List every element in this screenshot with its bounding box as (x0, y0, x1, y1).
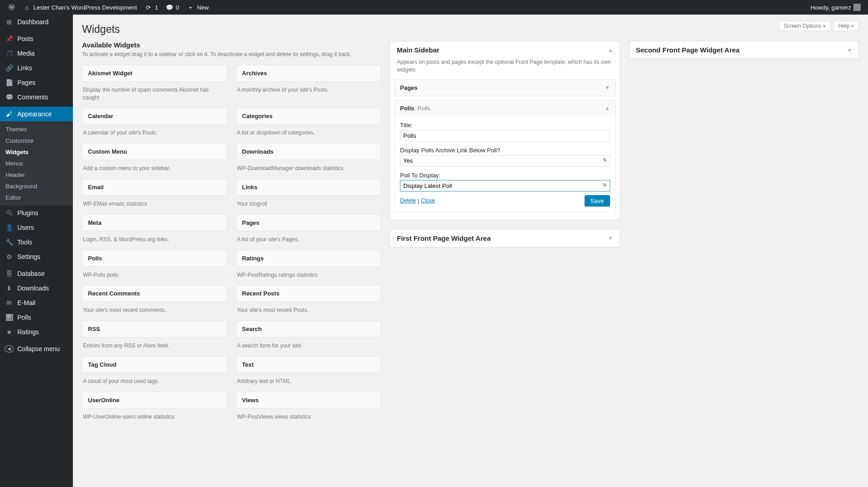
new-content-link[interactable]: +New (183, 0, 212, 15)
available-widget[interactable]: CalendarA calendar of your site's Posts. (82, 108, 227, 143)
widget-desc: WP-Polls polls (82, 267, 227, 285)
menu-comments[interactable]: 💬Comments (0, 90, 73, 104)
brush-icon: 🖌 (5, 110, 14, 118)
available-widget[interactable]: ArchivesA monthly archive of your site's… (236, 65, 381, 108)
collapse-menu[interactable]: ◀Collapse menu (0, 342, 73, 356)
available-widget[interactable]: Tag CloudA cloud of your most used tags. (82, 356, 227, 392)
widget-title: UserOnline (82, 392, 227, 409)
menu-plugins[interactable]: 🔌Plugins (0, 206, 73, 220)
second-fp-toggle[interactable]: Second Front Page Widget Area ▼ (630, 41, 859, 58)
menu-database[interactable]: 🗄Database (0, 266, 73, 281)
available-widget[interactable]: PollsWP-Polls polls (82, 250, 227, 285)
widget-desc: WP-EMail emails statistics (82, 196, 227, 214)
menu-appearance[interactable]: 🖌Appearance (0, 107, 73, 121)
menu-users[interactable]: 👤Users (0, 220, 73, 235)
menu-ratings[interactable]: ★Ratings (0, 325, 73, 339)
widget-desc: A search form for your site. (236, 337, 381, 356)
widget-title: RSS (82, 321, 227, 337)
available-widget[interactable]: Custom MenuAdd a custom menu to your sid… (82, 143, 227, 179)
available-widget[interactable]: EmailWP-EMail emails statistics (82, 179, 227, 214)
close-link[interactable]: Close (421, 197, 435, 204)
available-widget[interactable]: Recent PostsYour site's most recent Post… (236, 285, 381, 321)
available-widget[interactable]: Recent CommentsYour site's most recent c… (82, 285, 227, 321)
updates-link[interactable]: ⟳1 (141, 0, 162, 15)
menu-media[interactable]: 🎵Media (0, 46, 73, 61)
first-fp-toggle[interactable]: First Front Page Widget Area ▼ (390, 230, 620, 247)
help-button[interactable]: Help (833, 21, 859, 31)
available-widget[interactable]: LinksYour blogroll (236, 179, 381, 214)
menu-polls[interactable]: 📊Polls (0, 310, 73, 325)
menu-email[interactable]: ✉E-Mail (0, 295, 73, 310)
available-widget[interactable]: MetaLogin, RSS, & WordPress.org links. (82, 214, 227, 250)
title-input[interactable] (400, 130, 610, 141)
display-label: Poll To Display: (400, 172, 610, 179)
screen-options-button[interactable]: Screen Options (779, 21, 831, 31)
widget-desc: A list of your site's Pages. (236, 231, 381, 250)
comment-icon: 💬 (165, 4, 174, 11)
available-widget[interactable]: Akismet WidgetDisplay the number of spam… (82, 65, 227, 108)
available-widget[interactable]: DownloadsWP-DownloadManager downloads st… (236, 143, 381, 179)
wp-logo[interactable]: ⓦ (4, 0, 19, 15)
pin-icon: 📌 (5, 35, 14, 42)
widget-title: Email (82, 179, 227, 196)
chevron-up-icon: ▲ (608, 47, 613, 53)
tools-icon: 🔧 (5, 238, 14, 246)
widget-desc: Your site's most recent Posts. (236, 302, 381, 321)
plugin-icon: 🔌 (5, 209, 14, 217)
menu-dashboard[interactable]: ⊞Dashboard (0, 15, 73, 29)
available-widget[interactable]: RatingsWP-PostRatings ratings statistics (236, 250, 381, 285)
chevron-down-icon: ▼ (605, 85, 610, 90)
widget-title: Ratings (236, 250, 381, 267)
page-icon: 📄 (5, 79, 14, 86)
widget-pages-toggle[interactable]: Pages ▼ (395, 80, 616, 96)
submenu-customize[interactable]: Customize (0, 135, 73, 146)
archive-select[interactable]: Yes (400, 155, 610, 166)
submenu-widgets[interactable]: Widgets (0, 146, 73, 158)
plus-icon: + (186, 4, 195, 11)
submenu-header[interactable]: Header (0, 169, 73, 181)
widget-title: Meta (82, 214, 227, 231)
main-sidebar-toggle[interactable]: Main Sidebar ▲ (390, 41, 620, 58)
appearance-submenu: Themes Customize Widgets Menus Header Ba… (0, 121, 73, 206)
widget-title: Recent Posts (236, 285, 381, 302)
available-widgets-desc: To activate a widget drag it to a sideba… (82, 51, 381, 58)
menu-pages[interactable]: 📄Pages (0, 75, 73, 90)
submenu-menus[interactable]: Menus (0, 158, 73, 169)
widget-polls-toggle[interactable]: Polls: Polls ▲ (395, 100, 616, 116)
my-account[interactable]: Howdy, gamerz (807, 0, 864, 15)
delete-link[interactable]: Delete (400, 197, 416, 204)
widget-desc: Add a custom menu to your sidebar. (82, 160, 227, 179)
submenu-background[interactable]: Background (0, 181, 73, 192)
download-icon: ⬇ (5, 285, 14, 292)
widget-polls: Polls: Polls ▲ Title: Display Polls Arch… (394, 100, 616, 212)
email-icon: ✉ (5, 299, 14, 306)
second-fp-sidebar-box: Second Front Page Widget Area ▼ (629, 41, 859, 59)
submenu-editor[interactable]: Editor (0, 192, 73, 203)
submenu-themes[interactable]: Themes (0, 124, 73, 135)
available-widget[interactable]: TextArbitrary text or HTML. (236, 356, 381, 392)
menu-settings[interactable]: ⚙Settings (0, 249, 73, 264)
menu-downloads[interactable]: ⬇Downloads (0, 281, 73, 295)
chevron-down-icon: ▼ (608, 235, 613, 241)
comments-link[interactable]: 💬0 (162, 0, 183, 15)
available-widget[interactable]: SearchA search form for your site. (236, 321, 381, 356)
available-widget[interactable]: ViewsWP-PostViews views statistics (236, 392, 381, 427)
widget-title: Links (236, 179, 381, 196)
available-widget[interactable]: PagesA list of your site's Pages. (236, 214, 381, 250)
widget-title: Custom Menu (82, 143, 227, 160)
available-widget[interactable]: UserOnlineWP-UserOnline users online sta… (82, 392, 227, 427)
collapse-icon: ◀ (5, 345, 14, 352)
menu-posts[interactable]: 📌Posts (0, 31, 73, 46)
menu-links[interactable]: 🔗Links (0, 61, 73, 75)
page-title: Widgets (82, 19, 859, 37)
site-name-link[interactable]: ⌂Lester Chan's WordPress Development (19, 0, 141, 15)
widget-title: Calendar (82, 108, 227, 124)
widget-desc: A list or dropdown of categories. (236, 124, 381, 143)
available-widget[interactable]: RSSEntries from any RSS or Atom feed. (82, 321, 227, 356)
title-label: Title: (400, 122, 610, 129)
poll-display-select[interactable]: Display Latest Poll (400, 180, 610, 192)
menu-tools[interactable]: 🔧Tools (0, 235, 73, 249)
first-fp-sidebar-box: First Front Page Widget Area ▼ (390, 229, 620, 247)
chevron-down-icon: ▼ (847, 47, 852, 53)
available-widget[interactable]: CategoriesA list or dropdown of categori… (236, 108, 381, 143)
